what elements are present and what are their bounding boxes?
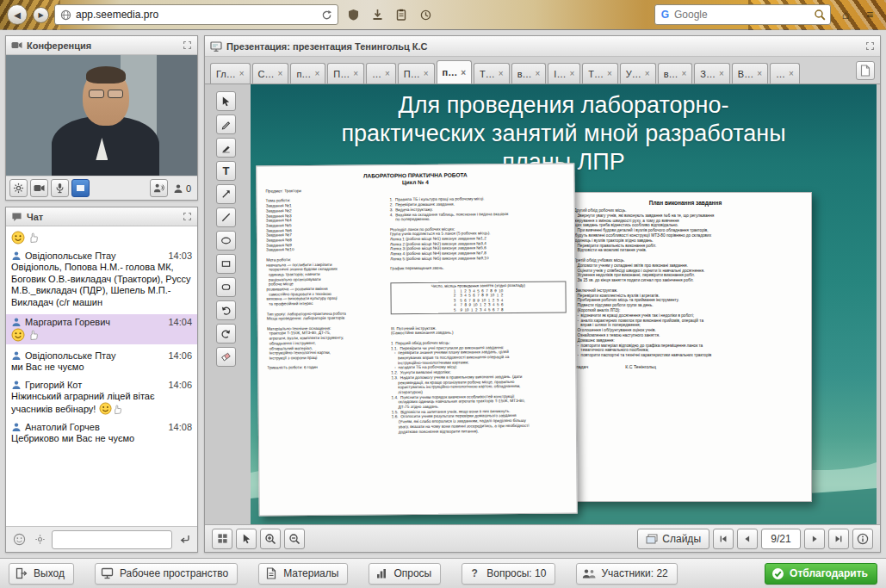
tab-close-icon[interactable]: × — [353, 69, 358, 78]
slide-tab[interactable]: …× — [366, 63, 396, 84]
tab-close-icon[interactable]: × — [789, 69, 794, 78]
select-tool-button[interactable] — [216, 91, 236, 111]
workspace-button[interactable]: Рабочее пространство — [95, 563, 238, 585]
doc-schedule-table: Число, місяць проведення заняття (згідно… — [390, 282, 566, 315]
marker-tool-button[interactable] — [216, 138, 236, 158]
pointer-button[interactable] — [236, 529, 257, 549]
send-button[interactable] — [176, 531, 193, 548]
rounded-rectangle-tool-button[interactable] — [216, 277, 236, 297]
next-slide-button[interactable] — [804, 529, 825, 549]
slide-tab[interactable]: Гл…× — [210, 63, 251, 84]
exit-button[interactable]: Выход — [9, 563, 74, 585]
browser-url-bar[interactable]: app.seemedia.pro — [54, 4, 338, 25]
tab-close-icon[interactable]: × — [278, 69, 283, 78]
tab-close-icon[interactable]: × — [239, 69, 245, 78]
reload-icon[interactable] — [321, 9, 332, 21]
questions-button[interactable]: ? Вопросы: 10 — [462, 563, 555, 585]
slide-tab[interactable]: В…× — [732, 63, 768, 84]
expand-icon[interactable] — [183, 40, 192, 50]
eraser-tool-button[interactable] — [216, 347, 236, 367]
expand-icon[interactable] — [183, 212, 192, 221]
chat-message-list[interactable]: Овідіопольське Птау 14:03 Овідіополь, По… — [6, 226, 197, 526]
undo-button[interactable] — [216, 300, 236, 320]
search-input[interactable] — [674, 9, 810, 21]
search-icon[interactable] — [814, 9, 826, 21]
slide-tab[interactable]: С…× — [252, 63, 289, 84]
chat-settings-button[interactable] — [31, 531, 48, 548]
slide-canvas[interactable]: Для проведения лабораторно- практических… — [251, 84, 877, 524]
tab-label: п… — [443, 67, 458, 77]
browser-search-bar[interactable]: G — [654, 4, 831, 25]
text-tool-button[interactable]: T — [216, 161, 236, 181]
settings-button[interactable] — [9, 179, 28, 197]
first-slide-button[interactable] — [713, 529, 734, 549]
conference-panel: Конференция 0 — [5, 35, 198, 201]
person-icon — [11, 317, 22, 327]
camera-button[interactable] — [30, 179, 48, 197]
speaker-glasses — [89, 90, 123, 98]
last-slide-button[interactable] — [828, 529, 849, 549]
browser-back-button[interactable]: ◀ — [7, 4, 28, 25]
slide-tab[interactable]: …× — [770, 63, 800, 84]
previous-slide-button[interactable] — [737, 529, 758, 549]
pencil-tool-button[interactable] — [216, 115, 236, 134]
expand-icon[interactable] — [865, 41, 875, 51]
tab-close-icon[interactable]: × — [385, 69, 390, 78]
person-icon — [11, 350, 22, 361]
slide-tab[interactable]: З…× — [694, 63, 730, 84]
rectangle-tool-button[interactable] — [216, 254, 236, 274]
info-button[interactable] — [852, 529, 873, 549]
slides-button[interactable]: Слайды — [637, 529, 709, 549]
whiteboard: T Для проведения лабораторно- практическ… — [205, 84, 880, 524]
tab-close-icon[interactable]: × — [682, 69, 687, 78]
ellipse-tool-button[interactable] — [216, 231, 236, 251]
microphone-button[interactable] — [51, 179, 69, 197]
slide-tab[interactable]: в…× — [658, 63, 693, 84]
zoom-out-button[interactable] — [284, 529, 305, 549]
doc-column-left: Предмет: Трактори Тема роботи: Завдання … — [265, 188, 385, 445]
slide-tab[interactable]: У…× — [620, 63, 656, 84]
polls-label: Опросы — [393, 567, 431, 579]
slide-tab[interactable]: Т…× — [582, 63, 618, 84]
tab-close-icon[interactable]: × — [461, 68, 466, 77]
screen-share-button[interactable] — [71, 179, 90, 197]
slide-tab[interactable]: П…× — [327, 63, 364, 84]
download-icon[interactable] — [368, 5, 387, 24]
shield-icon[interactable] — [344, 5, 362, 24]
home-icon[interactable]: ⌂ — [836, 5, 855, 24]
tab-close-icon[interactable]: × — [719, 69, 724, 78]
slide-tab[interactable]: Т…× — [474, 63, 510, 84]
slide-tab[interactable]: в…× — [511, 63, 547, 84]
arrow-tool-button[interactable] — [216, 184, 236, 204]
donate-button[interactable]: Отблагодарить — [765, 563, 877, 585]
slide-tab[interactable]: П…× — [398, 63, 435, 84]
clipboard-icon[interactable] — [392, 5, 411, 24]
line-tool-button[interactable] — [216, 207, 236, 227]
slide-tab-active[interactable]: п…× — [437, 60, 473, 84]
tab-close-icon[interactable]: × — [645, 69, 650, 78]
participants-button[interactable]: Участники: 22 — [576, 563, 677, 585]
speaker-person-button[interactable] — [150, 179, 168, 197]
tab-close-icon[interactable]: × — [424, 69, 429, 78]
tab-close-icon[interactable]: × — [607, 69, 612, 78]
tab-close-icon[interactable]: × — [757, 69, 762, 78]
tab-close-icon[interactable]: × — [499, 69, 504, 78]
slide-tab[interactable]: п…× — [290, 63, 325, 84]
redo-button[interactable] — [216, 324, 236, 344]
chat-input[interactable] — [52, 530, 172, 549]
slide-tab[interactable]: І…× — [548, 63, 580, 84]
tab-close-icon[interactable]: × — [535, 69, 540, 78]
emoji-button[interactable] — [10, 531, 28, 548]
tab-close-icon[interactable]: × — [314, 69, 319, 78]
history-icon[interactable] — [416, 5, 435, 24]
polls-button[interactable]: Опросы — [369, 563, 441, 585]
thumbnails-button[interactable] — [212, 529, 232, 549]
tab-close-icon[interactable]: × — [569, 69, 574, 78]
smiley-icon — [11, 328, 25, 342]
zoom-in-button[interactable] — [260, 529, 281, 549]
new-tab-button[interactable] — [856, 61, 875, 80]
question-icon: ? — [468, 566, 481, 580]
materials-button[interactable]: Материалы — [258, 563, 348, 585]
browser-forward-button[interactable]: ▶ — [33, 7, 49, 23]
menu-icon[interactable]: ≡ — [860, 5, 879, 24]
